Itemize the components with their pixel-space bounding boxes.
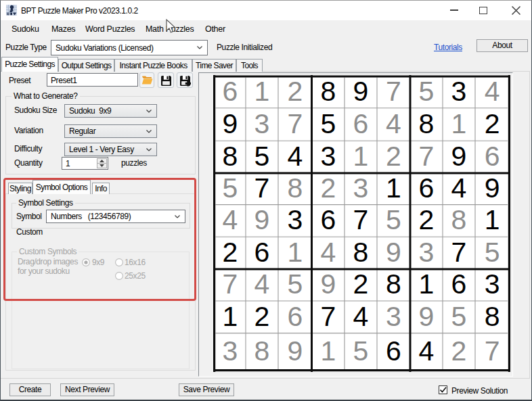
svg-text:4: 4 [320, 237, 336, 268]
svg-text:6: 6 [419, 172, 435, 204]
svg-text:9: 9 [386, 237, 401, 268]
svg-text:7: 7 [353, 204, 369, 235]
svg-text:4: 4 [353, 301, 369, 332]
svg-text:8: 8 [320, 76, 336, 107]
svg-text:5: 5 [254, 141, 270, 172]
svg-text:3: 3 [287, 204, 303, 235]
svg-text:3: 3 [419, 237, 435, 268]
svg-text:9: 9 [320, 268, 336, 300]
svg-text:7: 7 [287, 108, 303, 139]
svg-text:4: 4 [451, 172, 467, 204]
svg-text:7: 7 [451, 237, 467, 268]
svg-text:3: 3 [353, 172, 369, 204]
svg-text:4: 4 [222, 204, 238, 235]
svg-text:2: 2 [254, 301, 270, 332]
svg-text:9: 9 [485, 172, 500, 204]
svg-text:7: 7 [485, 335, 500, 367]
svg-text:2: 2 [222, 237, 238, 268]
svg-text:4: 4 [386, 108, 401, 139]
svg-text:8: 8 [287, 172, 303, 204]
svg-text:6: 6 [254, 237, 270, 268]
svg-text:4: 4 [287, 141, 303, 172]
svg-text:7: 7 [222, 268, 238, 300]
svg-text:6: 6 [222, 76, 238, 107]
svg-text:4: 4 [419, 335, 435, 367]
svg-text:8: 8 [222, 141, 238, 172]
svg-text:5: 5 [485, 237, 500, 268]
svg-text:6: 6 [451, 268, 467, 300]
svg-text:4: 4 [485, 76, 500, 107]
svg-text:8: 8 [451, 204, 467, 235]
svg-text:1: 1 [287, 237, 303, 268]
svg-text:8: 8 [485, 301, 500, 332]
svg-text:2: 2 [419, 204, 435, 235]
svg-text:2: 2 [287, 76, 303, 107]
svg-text:6: 6 [485, 141, 500, 172]
svg-text:3: 3 [254, 108, 270, 139]
svg-text:2: 2 [451, 335, 467, 367]
svg-text:3: 3 [320, 141, 336, 172]
svg-text:2: 2 [386, 141, 401, 172]
svg-text:3: 3 [386, 301, 401, 332]
svg-text:1: 1 [386, 172, 401, 204]
svg-text:2: 2 [485, 108, 500, 139]
svg-text:9: 9 [222, 108, 238, 139]
svg-text:1: 1 [419, 268, 435, 300]
svg-text:6: 6 [287, 301, 303, 332]
svg-text:5: 5 [386, 204, 401, 235]
svg-text:6: 6 [320, 204, 336, 235]
svg-text:5: 5 [419, 76, 435, 107]
svg-text:4: 4 [254, 268, 270, 300]
svg-text:8: 8 [419, 108, 435, 139]
svg-text:7: 7 [419, 141, 435, 172]
svg-text:7: 7 [254, 172, 270, 204]
svg-text:5: 5 [451, 301, 467, 332]
svg-text:9: 9 [451, 141, 467, 172]
svg-text:8: 8 [353, 237, 369, 268]
svg-text:1: 1 [222, 301, 238, 332]
svg-text:3: 3 [485, 268, 500, 300]
svg-text:5: 5 [320, 108, 336, 139]
svg-text:9: 9 [419, 301, 435, 332]
svg-text:1: 1 [320, 335, 336, 367]
svg-text:1: 1 [451, 108, 467, 139]
svg-text:9: 9 [287, 335, 303, 367]
svg-text:5: 5 [287, 268, 303, 300]
svg-text:8: 8 [254, 335, 270, 367]
svg-text:2: 2 [353, 268, 369, 300]
svg-text:7: 7 [386, 76, 401, 107]
svg-text:6: 6 [386, 335, 401, 367]
svg-text:3: 3 [222, 335, 238, 367]
svg-text:2: 2 [320, 172, 336, 204]
svg-text:1: 1 [353, 141, 369, 172]
svg-text:8: 8 [386, 268, 401, 300]
svg-text:9: 9 [254, 204, 270, 235]
svg-text:9: 9 [353, 76, 369, 107]
svg-text:3: 3 [451, 76, 467, 107]
svg-text:7: 7 [320, 301, 336, 332]
svg-text:1: 1 [485, 204, 500, 235]
svg-text:1: 1 [254, 76, 270, 107]
svg-text:5: 5 [222, 172, 238, 204]
svg-text:6: 6 [353, 108, 369, 139]
svg-text:5: 5 [353, 335, 369, 367]
